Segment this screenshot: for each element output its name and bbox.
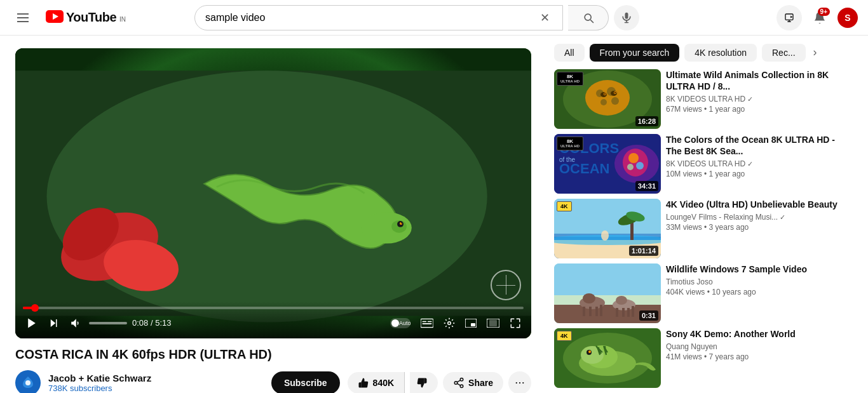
like-count: 840K	[373, 378, 394, 388]
svg-point-90	[581, 346, 604, 364]
subscribe-button[interactable]: Subscribe	[271, 371, 340, 393]
rec-thumb-4: 0:31	[554, 263, 661, 323]
video-player[interactable]: 0:08 / 5:13 Auto	[15, 48, 531, 338]
rec-video-2[interactable]: COLORS of the OCEAN 8K	[554, 134, 844, 194]
svg-point-51	[604, 93, 606, 95]
rec-channel-name-4: Timotius Joso	[666, 277, 713, 286]
next-button[interactable]	[46, 315, 62, 331]
rec-video-4[interactable]: 0:31 Wildlife Windows 7 Sample Video Tim…	[554, 263, 844, 323]
rec-upload-2: 1 year ago	[709, 170, 745, 178]
create-icon	[784, 13, 794, 23]
svg-rect-79	[600, 305, 602, 316]
channel-subs: 738K subscribers	[48, 383, 264, 393]
rec-thumb-3: 4K 1:01:14	[554, 199, 661, 258]
rec-badge-8k-2: 8K ULTRA HD	[557, 137, 583, 150]
chip-next-button[interactable]: ›	[811, 43, 820, 62]
verified-icon-1: ✓	[747, 95, 753, 103]
rec-video-3[interactable]: 4K 1:01:14 4K Video (Ultra HD) Unbelieva…	[554, 199, 844, 258]
svg-rect-78	[595, 307, 598, 316]
rec-channel-name-1: 8K VIDEOS ULTRA HD	[666, 95, 745, 103]
rec-badge-8k-1: 8K ULTRA HD	[557, 72, 583, 86]
rec-title-1: Ultimate Wild Animals Collection in 8K U…	[666, 69, 844, 92]
svg-point-35	[454, 382, 458, 385]
svg-rect-24	[423, 321, 427, 322]
search-button[interactable]	[568, 5, 609, 30]
channel-avatar[interactable]	[15, 370, 41, 393]
controls-row: 0:08 / 5:13 Auto	[23, 314, 524, 332]
channel-logo-icon	[20, 375, 36, 390]
more-button[interactable]	[508, 371, 531, 393]
svg-point-75	[583, 293, 595, 303]
rec-channel-3: LoungeV Films - Relaxing Musi... ✓	[666, 213, 844, 222]
rec-upload-1: 1 year ago	[709, 105, 745, 114]
crosshair-inner	[492, 271, 520, 299]
rec-info-4: Wildlife Windows 7 Sample Video Timotius…	[666, 263, 844, 323]
create-button[interactable]	[776, 5, 802, 30]
dislike-button[interactable]	[410, 372, 438, 393]
channel-name[interactable]: Jacob + Katie Schwarz	[48, 373, 264, 383]
fullscreen-button[interactable]	[507, 315, 524, 331]
play-button[interactable]	[23, 314, 41, 332]
progress-bar[interactable]	[23, 307, 524, 309]
chip-from-search[interactable]: From your search	[590, 44, 680, 62]
chip-rec[interactable]: Rec...	[762, 44, 806, 62]
chip-all[interactable]: All	[554, 44, 585, 62]
hamburger-button[interactable]	[10, 5, 36, 30]
search-input[interactable]	[205, 12, 538, 23]
rec-info-3: 4K Video (Ultra HD) Unbelievable Beauty …	[666, 199, 844, 258]
notification-count: 9+	[818, 8, 830, 16]
search-clear-icon[interactable]: ✕	[538, 8, 552, 27]
notifications-button[interactable]: 9+	[807, 5, 832, 30]
volume-slider[interactable]	[89, 322, 127, 324]
settings-button[interactable]	[441, 315, 458, 331]
rec-channel-5: Quang Nguyen	[666, 342, 844, 351]
youtube-country-badge: IN	[119, 16, 126, 23]
mini-player-button[interactable]	[463, 316, 479, 330]
svg-rect-82	[616, 308, 618, 317]
rec-stats-1: 67M views • 1 year ago	[666, 105, 844, 114]
rec-views-3: 33M views	[666, 223, 702, 232]
svg-point-45	[600, 99, 607, 105]
share-button[interactable]: Share	[443, 372, 503, 393]
rec-info-5: Sony 4K Demo: Another World Quang Nguyen…	[666, 328, 844, 388]
settings-icon	[444, 317, 455, 329]
svg-point-70	[601, 230, 609, 241]
captions-icon	[421, 318, 433, 328]
svg-rect-31	[489, 320, 497, 326]
svg-point-36	[460, 385, 463, 388]
rec-thumb-5: 4K	[554, 328, 661, 388]
rec-duration-3: 1:01:14	[629, 246, 658, 256]
svg-point-42	[585, 80, 630, 116]
avatar[interactable]: S	[837, 8, 858, 28]
svg-point-61	[627, 164, 634, 170]
rec-duration-4: 0:31	[639, 310, 658, 321]
time-display: 0:08 / 5:13	[132, 318, 171, 328]
svg-rect-85	[632, 306, 634, 317]
rec-channel-name-5: Quang Nguyen	[666, 342, 717, 351]
mic-button[interactable]	[614, 5, 639, 30]
rec-video-1[interactable]: 8K ULTRA HD 16:28 Ultimate Wild Animals …	[554, 69, 844, 129]
rec-stats-5: 41M views • 7 years ago	[666, 352, 844, 361]
rec-dot-3: •	[704, 223, 709, 232]
svg-point-38	[519, 382, 520, 383]
share-icon	[453, 377, 465, 389]
auto-button[interactable]: Auto	[388, 316, 413, 331]
thumbs-up-icon	[358, 377, 369, 389]
header-right: 9+ S	[776, 5, 858, 30]
svg-rect-2	[625, 12, 628, 18]
like-button[interactable]: 840K	[348, 372, 405, 393]
youtube-logo[interactable]: YouTube IN	[46, 9, 126, 27]
chip-4k[interactable]: 4K resolution	[684, 44, 757, 62]
svg-point-81	[616, 296, 627, 305]
captions-button[interactable]	[418, 316, 436, 331]
fullscreen-icon	[510, 317, 521, 329]
rec-video-5[interactable]: 4K Sony 4K Demo: Another World Quang Ngu…	[554, 328, 844, 388]
svg-point-27	[448, 322, 451, 325]
theater-button[interactable]	[484, 316, 502, 330]
rec-duration-1: 16:28	[635, 116, 658, 126]
volume-button[interactable]	[67, 315, 84, 331]
video-thumbnail	[15, 48, 531, 338]
rec-upload-3: 3 years ago	[709, 223, 749, 232]
rec-info-2: The Colors of the Ocean 8K ULTRA HD - Th…	[666, 134, 844, 194]
rec-channel-4: Timotius Joso	[666, 277, 844, 286]
